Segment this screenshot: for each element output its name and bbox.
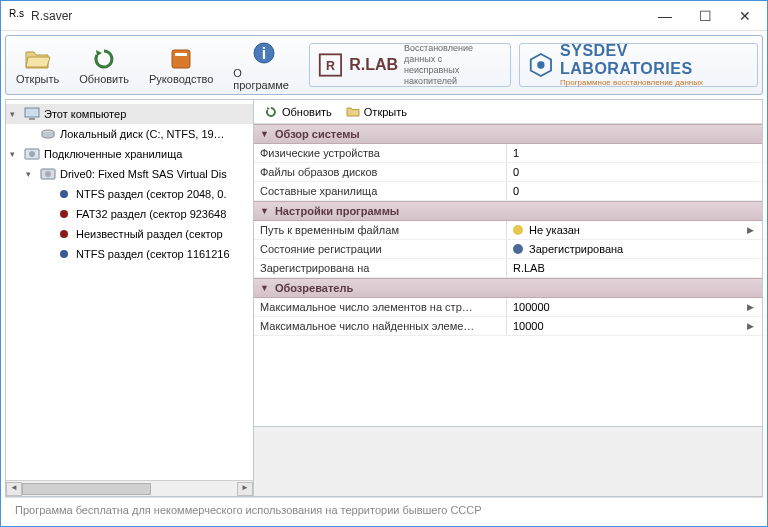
scroll-thumb[interactable]	[22, 483, 151, 495]
expand-arrow-icon[interactable]: ▶	[747, 225, 754, 235]
prop-val[interactable]: 100000 ▶	[506, 298, 762, 316]
details-refresh-button[interactable]: Обновить	[264, 105, 332, 119]
prop-val: 1	[506, 144, 762, 162]
brand-sysdev[interactable]: SYSDEV LABORATORIES Программное восстано…	[519, 43, 758, 87]
open-button[interactable]: Открыть	[6, 41, 69, 89]
computer-icon	[24, 106, 40, 122]
prop-key: Составные хранилища	[254, 182, 506, 200]
tree-local-disk-label: Локальный диск (C:, NTFS, 19…	[60, 128, 225, 140]
tree-storages[interactable]: ▾ Подключенные хранилища	[6, 144, 253, 164]
svg-point-7	[537, 61, 544, 68]
details-open-label: Открыть	[364, 106, 407, 118]
prop-row: Зарегистрирована на R.LAB	[254, 259, 762, 278]
about-label: О программе	[233, 67, 295, 91]
device-tree: ▾ Этот компьютер Локальный диск (C:, NTF…	[6, 100, 254, 496]
refresh-icon	[90, 45, 118, 73]
manual-label: Руководство	[149, 73, 213, 85]
window-controls: — ☐ ✕	[651, 8, 759, 24]
chevron-down-icon: ▼	[260, 283, 269, 293]
minimize-button[interactable]: —	[651, 8, 679, 24]
prop-row[interactable]: Максимальное число найденных элеме… 1000…	[254, 317, 762, 336]
expand-arrow-icon[interactable]: ▶	[747, 302, 754, 312]
prop-val[interactable]: 10000 ▶	[506, 317, 762, 335]
tree-local-disk[interactable]: Локальный диск (C:, NTFS, 19…	[6, 124, 253, 144]
prop-val[interactable]: Не указан ▶	[506, 221, 762, 239]
storage-icon	[24, 146, 40, 162]
content-area: ▾ Этот компьютер Локальный диск (C:, NTF…	[5, 99, 763, 497]
section-overview[interactable]: ▼ Обзор системы	[254, 124, 762, 144]
prop-row[interactable]: Максимальное число элементов на стр… 100…	[254, 298, 762, 317]
sysdev-title: SYSDEV LABORATORIES	[560, 42, 749, 78]
details-refresh-label: Обновить	[282, 106, 332, 118]
prop-val: Зарегистрирована	[506, 240, 762, 258]
empty-bottom-panel	[254, 426, 762, 496]
collapse-icon[interactable]: ▾	[10, 109, 20, 119]
prop-row: Физические устройства 1	[254, 144, 762, 163]
partition-icon	[56, 246, 72, 262]
tree-drive0[interactable]: ▾ Drive0: Fixed Msft SAS Virtual Dis	[6, 164, 253, 184]
tree-partition-3[interactable]: Неизвестный раздел (сектор	[6, 224, 253, 244]
details-toolbar: Обновить Открыть	[254, 100, 762, 124]
close-button[interactable]: ✕	[731, 8, 759, 24]
open-label: Открыть	[16, 73, 59, 85]
svg-text:i: i	[262, 45, 266, 62]
scroll-track[interactable]	[22, 482, 237, 496]
prop-key: Физические устройства	[254, 144, 506, 162]
drive-icon	[40, 166, 56, 182]
details-open-button[interactable]: Открыть	[346, 105, 407, 119]
svg-point-14	[45, 171, 51, 177]
app-window: R.s R.saver — ☐ ✕ Открыть Обновить Руков…	[0, 0, 768, 527]
prop-val: 0	[506, 163, 762, 181]
section-settings-label: Настройки программы	[275, 205, 399, 217]
tree-storages-label: Подключенные хранилища	[44, 148, 182, 160]
refresh-small-icon	[264, 105, 278, 119]
tree-p3-label: Неизвестный раздел (сектор	[76, 228, 223, 240]
about-button[interactable]: i О программе	[223, 35, 305, 95]
section-browser[interactable]: ▼ Обозреватель	[254, 278, 762, 298]
prop-key: Максимальное число элементов на стр…	[254, 298, 506, 316]
prop-key: Максимальное число найденных элеме…	[254, 317, 506, 335]
tree-drive0-label: Drive0: Fixed Msft SAS Virtual Dis	[60, 168, 227, 180]
svg-rect-9	[29, 118, 35, 120]
prop-row: Состояние регистрации Зарегистрирована	[254, 240, 762, 259]
titlebar: R.s R.saver — ☐ ✕	[1, 1, 767, 31]
sysdev-sub: Программное восстановление данных	[560, 78, 749, 88]
tree-partition-2[interactable]: FAT32 раздел (сектор 923648	[6, 204, 253, 224]
tree-hscrollbar[interactable]: ◄ ►	[6, 480, 253, 496]
section-settings[interactable]: ▼ Настройки программы	[254, 201, 762, 221]
disk-icon	[40, 126, 56, 142]
expand-arrow-icon[interactable]: ▶	[747, 321, 754, 331]
main-toolbar: Открыть Обновить Руководство i О програм…	[5, 35, 763, 95]
tree-partition-1[interactable]: NTFS раздел (сектор 2048, 0.	[6, 184, 253, 204]
manual-button[interactable]: Руководство	[139, 41, 223, 89]
refresh-button[interactable]: Обновить	[69, 41, 139, 89]
brand-rlab[interactable]: R R.LAB Восстановление данных с неисправ…	[309, 43, 511, 87]
chevron-down-icon: ▼	[260, 206, 269, 216]
tree-p1-label: NTFS раздел (сектор 2048, 0.	[76, 188, 227, 200]
svg-point-12	[29, 151, 35, 157]
collapse-icon[interactable]: ▾	[26, 169, 36, 179]
scroll-right-button[interactable]: ►	[237, 482, 253, 496]
refresh-label: Обновить	[79, 73, 129, 85]
svg-rect-0	[172, 50, 190, 68]
tree-partition-4[interactable]: NTFS раздел (сектор 1161216	[6, 244, 253, 264]
prop-row[interactable]: Путь к временным файлам Не указан ▶	[254, 221, 762, 240]
svg-text:R: R	[326, 59, 335, 73]
collapse-icon[interactable]: ▾	[10, 149, 20, 159]
prop-row: Составные хранилища 0	[254, 182, 762, 201]
folder-small-icon	[346, 105, 360, 119]
section-overview-label: Обзор системы	[275, 128, 360, 140]
tree-root[interactable]: ▾ Этот компьютер	[6, 104, 253, 124]
status-dot-icon	[513, 244, 523, 254]
maximize-button[interactable]: ☐	[691, 8, 719, 24]
rlab-logo-icon: R	[318, 51, 343, 79]
scroll-left-button[interactable]: ◄	[6, 482, 22, 496]
chevron-down-icon: ▼	[260, 129, 269, 139]
prop-key: Зарегистрирована на	[254, 259, 506, 277]
rlab-sub2: неисправных накопителей	[404, 65, 502, 87]
prop-val: R.LAB	[506, 259, 762, 277]
partition-icon	[56, 206, 72, 222]
window-title: R.saver	[31, 9, 651, 23]
properties-grid: ▼ Обзор системы Физические устройства 1 …	[254, 124, 762, 426]
status-bar: Программа бесплатна для некоммерческого …	[5, 497, 763, 522]
